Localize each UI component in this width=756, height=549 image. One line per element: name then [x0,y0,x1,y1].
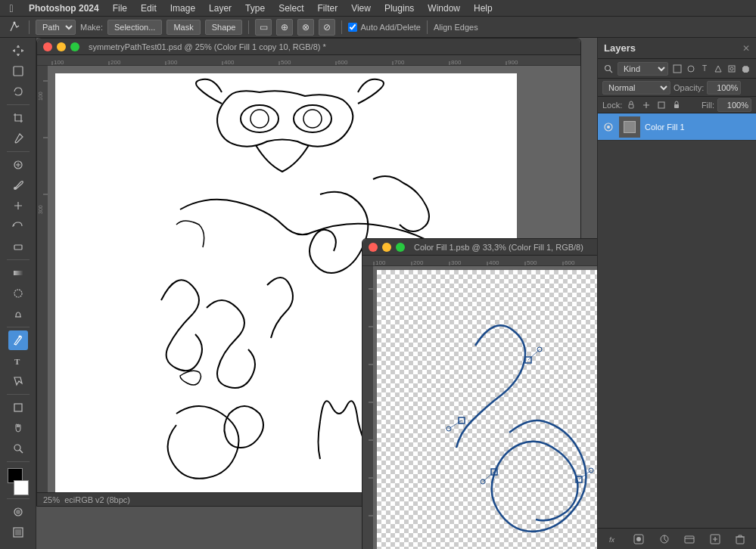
svg-point-0 [14,21,16,23]
brush-tool[interactable] [8,175,28,195]
maximize-btn-1[interactable] [70,42,79,51]
lock-position-icon[interactable] [640,99,652,111]
hand-tool[interactable] [8,418,28,438]
eraser-tool[interactable] [8,237,28,256]
svg-rect-4 [14,245,22,250]
menu-view[interactable]: View [345,2,377,15]
svg-point-45 [303,110,322,128]
shape-btn[interactable]: Shape [205,20,243,35]
layer-mask-btn[interactable] [631,532,646,547]
path-mode-dropdown[interactable]: Path [36,20,76,35]
maximize-btn-2[interactable] [396,243,405,252]
doc2-canvas-bg [373,266,597,549]
filter-toggle-icon[interactable]: ⏺ [739,63,751,75]
close-btn-2[interactable] [369,243,378,252]
menu-window[interactable]: Window [422,2,466,15]
options-bar: Path Make: Selection... Mask Shape ▭ ⊕ ⊗… [0,17,756,38]
menu-type[interactable]: Type [239,2,271,15]
lock-artboard-icon[interactable] [655,99,667,111]
auto-add-delete-checkbox[interactable] [348,23,357,32]
close-btn-1[interactable] [43,42,52,51]
path-combine-new-icon[interactable]: ▭ [255,19,272,36]
svg-rect-97 [685,536,694,543]
menu-select[interactable]: Select [272,2,310,15]
auto-add-delete-label[interactable]: Auto Add/Delete [348,23,421,32]
delete-layer-btn[interactable] [733,532,748,547]
fill-input[interactable] [717,98,751,112]
svg-text:600: 600 [565,259,575,266]
layers-panel: Layers ✕ Kind T [597,38,756,549]
tool-sep-7 [7,498,30,499]
background-color[interactable] [14,480,29,495]
filter-pixel-icon[interactable] [671,63,683,75]
crop-tool[interactable] [8,108,28,128]
menu-file[interactable]: File [107,2,133,15]
menu-image[interactable]: Image [164,2,201,15]
gradient-tool[interactable] [8,263,28,283]
path-subtract-icon[interactable]: ⊗ [297,19,314,36]
path-intersect-icon[interactable]: ⊘ [319,19,335,36]
svg-text:fx: fx [609,536,615,544]
svg-point-85 [688,66,694,72]
menu-layer[interactable]: Layer [203,2,238,15]
canvas-area: symmetryPathTest01.psd @ 25% (Color Fill… [36,38,597,549]
blur-tool[interactable] [8,284,28,303]
move-tool[interactable] [8,41,28,60]
selection-btn[interactable]: Selection... [107,20,162,35]
pen-tool[interactable] [8,330,28,350]
menu-plugins[interactable]: Plugins [378,2,420,15]
zoom-tool[interactable] [8,439,28,458]
layer-visibility-icon[interactable] [602,121,614,133]
svg-text:300: 300 [451,259,462,266]
layers-blend-row: Normal Opacity: 100% [598,79,756,97]
selection-tool[interactable] [8,61,28,81]
filter-shape-icon[interactable] [712,63,724,75]
app-name[interactable]: Photoshop 2024 [23,2,105,15]
filter-adjustment-icon[interactable] [685,63,697,75]
doc2-canvas[interactable] [377,270,597,549]
clone-tool[interactable] [8,196,28,216]
doc2-title: Color Fill 1.psb @ 33,3% (Color Fill 1, … [414,243,583,252]
filter-search-icon [602,63,614,75]
layer-item-colorfill1[interactable]: Color Fill 1 [598,113,756,141]
layer-group-btn[interactable] [682,532,697,547]
color-swatches[interactable] [5,468,32,495]
filter-smartobj-icon[interactable] [726,63,738,75]
svg-text:200: 200 [110,59,121,66]
tool-sep-4 [7,327,30,327]
minimize-btn-2[interactable] [382,243,391,252]
layer-filter-dropdown[interactable]: Kind [618,62,668,76]
dodge-tool[interactable] [8,304,28,324]
quick-mask-tool[interactable] [8,502,28,522]
lasso-tool[interactable] [8,82,28,101]
svg-text:100: 100 [54,59,64,66]
lock-all-icon[interactable] [670,99,683,111]
history-brush-tool[interactable] [8,216,28,236]
svg-text:800: 800 [451,59,462,66]
svg-text:900: 900 [508,59,518,66]
layers-panel-close[interactable]: ✕ [742,43,750,54]
path-add-icon[interactable]: ⊕ [276,19,293,36]
svg-rect-16 [15,529,21,535]
layer-fx-btn[interactable]: fx [606,532,621,547]
minimize-btn-1[interactable] [57,42,66,51]
apple-logo-icon[interactable]:  [5,2,18,15]
mask-btn[interactable]: Mask [166,20,200,35]
type-tool[interactable]: T [8,351,28,371]
opacity-input[interactable]: 100% [707,81,741,95]
screen-mode-tool[interactable] [8,523,28,542]
new-layer-btn[interactable] [708,532,723,547]
filter-type-icon[interactable]: T [698,63,711,75]
lock-pixels-icon[interactable] [625,99,637,111]
menu-filter[interactable]: Filter [311,2,344,15]
menu-edit[interactable]: Edit [135,2,163,15]
layer-adjustment-btn[interactable] [657,532,672,547]
menu-help[interactable]: Help [468,2,499,15]
eyedropper-tool[interactable] [8,129,28,148]
path-selection-tool[interactable] [8,371,28,391]
separator-3 [341,20,342,34]
blend-mode-dropdown[interactable]: Normal [602,81,670,95]
healing-tool[interactable] [8,155,28,175]
shape-tool[interactable] [8,398,28,417]
svg-text:500: 500 [527,259,537,266]
